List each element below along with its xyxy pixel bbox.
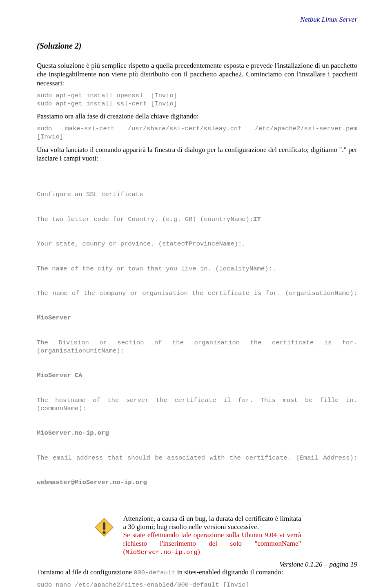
- cert-line: MioServer CA: [37, 371, 357, 379]
- paragraph-1: Questa soluzione è più semplice rispetto…: [37, 61, 357, 87]
- cert-line: The hostname of the server the certifica…: [37, 396, 357, 413]
- page-header-right: Netbuk Linux Server: [300, 16, 357, 24]
- code-block-2: sudo make-ssl-cert /usr/share/ssl-cert/s…: [37, 125, 357, 141]
- cert-line: The Division or section of the organisat…: [37, 339, 357, 355]
- cert-line: MioServer.no-ip.org: [37, 429, 357, 437]
- warning-text: Attenzione, a causa di un bug, la durata…: [123, 515, 301, 556]
- cert-line: The two letter code for Country. (e.g. G…: [37, 215, 357, 223]
- paragraph-2: Passiamo ora alla fase di creazione dell…: [37, 112, 357, 121]
- cert-line: Your state, counry or province. (stateof…: [37, 240, 357, 248]
- cert-line: The name of the city or town that you li…: [37, 265, 357, 273]
- svg-rect-0: [102, 522, 105, 530]
- page-footer-right: Versione 0.1.26 – pagina 19: [279, 560, 357, 569]
- cert-line: The name of the company or organisation …: [37, 289, 357, 297]
- warning-line-1: Attenzione, a causa di un bug, la durata…: [123, 515, 301, 531]
- ssl-config-block: Configure an SSL certificate The two let…: [37, 174, 357, 503]
- section-heading: (Soluzione 2): [37, 41, 357, 51]
- page-content: (Soluzione 2) Questa soluzione è più sem…: [37, 41, 357, 587]
- warning-callout: Attenzione, a causa di un bug, la durata…: [93, 515, 301, 556]
- cert-line: webmaster@MioServer.no-ip.org: [37, 478, 357, 487]
- warning-icon: [93, 515, 115, 538]
- cert-line: Configure an SSL certificate: [37, 190, 357, 199]
- svg-point-1: [102, 531, 105, 534]
- paragraph-4: Torniamo al file di configurazione 000-d…: [37, 568, 357, 577]
- cert-line: The email address that should be associa…: [37, 454, 357, 462]
- cert-line: MioServer: [37, 314, 357, 322]
- code-block-1: sudo apt-get install openssl [Invio] sud…: [37, 92, 357, 108]
- warning-line-2: Se state effettuando tale operazione sul…: [123, 531, 301, 556]
- paragraph-3: Una volta lanciato il comando apparirà l…: [37, 145, 357, 163]
- code-block-4: sudo nano /etc/apache2/sites-enabled/000…: [37, 581, 357, 587]
